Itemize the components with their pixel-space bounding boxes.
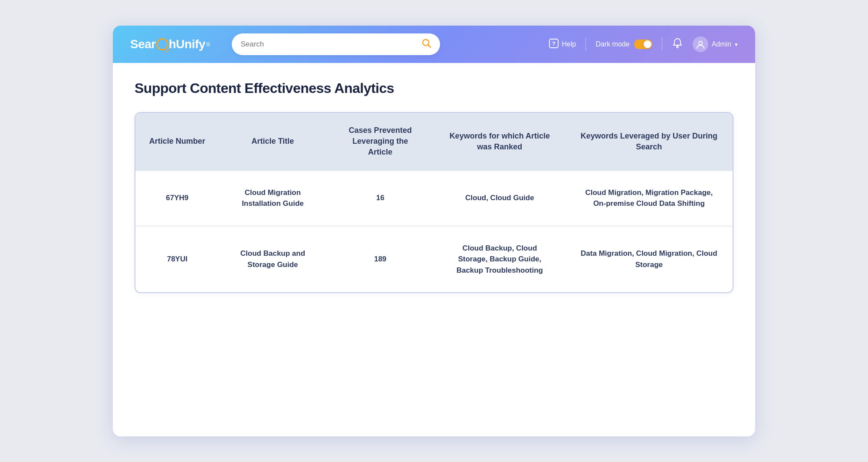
analytics-table-card: Article Number Article Title Cases Preve… [135, 112, 733, 293]
logo[interactable]: Sear hUnify ® [130, 37, 210, 51]
navbar: Sear hUnify ® ? [113, 26, 755, 63]
cell-article-title: Cloud Migration Installation Guide [219, 170, 327, 226]
logo-registered: ® [206, 41, 210, 48]
cell-keywords-ranked: Cloud Backup, Cloud Storage, Backup Guid… [434, 226, 566, 292]
admin-chevron-icon: ▾ [735, 41, 738, 48]
col-keywords-leveraged: Keywords Leveraged by User During Search [566, 113, 733, 170]
dark-mode-label: Dark mode [595, 40, 629, 48]
dark-mode-toggle-wrap: Dark mode [595, 40, 652, 49]
svg-point-4 [677, 46, 678, 48]
divider-1 [585, 38, 586, 51]
logo-text-end: hUnify [169, 37, 205, 51]
col-cases-prevented: Cases Prevented Leveraging the Article [326, 113, 434, 170]
notification-bell[interactable] [672, 37, 683, 51]
cell-cases-prevented: 189 [326, 226, 434, 292]
search-bar-wrap [232, 33, 440, 55]
analytics-table: Article Number Article Title Cases Preve… [135, 113, 733, 292]
toggle-knob [644, 40, 651, 48]
search-icon[interactable] [421, 38, 431, 51]
search-input[interactable] [240, 40, 417, 49]
app-wrapper: Sear hUnify ® ? [113, 26, 755, 436]
col-article-title: Article Title [219, 113, 327, 170]
svg-text:?: ? [552, 40, 556, 47]
page-title: Support Content Effectiveness Analytics [135, 80, 733, 96]
navbar-actions: ? Help Dark mode [549, 36, 738, 52]
cell-keywords-ranked: Cloud, Cloud Guide [434, 170, 566, 226]
avatar [693, 36, 708, 52]
dark-mode-toggle[interactable] [634, 40, 652, 49]
search-bar [232, 33, 440, 55]
cell-article-number: 67YH9 [135, 170, 219, 226]
logo-icon [156, 38, 168, 50]
cell-cases-prevented: 16 [326, 170, 434, 226]
svg-point-5 [699, 41, 702, 45]
admin-label: Admin [712, 40, 731, 48]
admin-menu[interactable]: Admin ▾ [693, 36, 738, 52]
cell-article-number: 78YUI [135, 226, 219, 292]
svg-line-1 [428, 45, 431, 48]
cell-keywords-leveraged: Cloud Migration, Migration Package, On-p… [566, 170, 733, 226]
divider-2 [662, 38, 662, 51]
cell-article-title: Cloud Backup and Storage Guide [219, 226, 327, 292]
table-row: 78YUI Cloud Backup and Storage Guide 189… [135, 226, 733, 292]
help-label: Help [562, 40, 576, 48]
help-button[interactable]: ? Help [549, 39, 576, 50]
cell-keywords-leveraged: Data Migration, Cloud Migration, Cloud S… [566, 226, 733, 292]
logo-text-start: Sear [130, 37, 156, 51]
col-keywords-ranked: Keywords for which Article was Ranked [434, 113, 566, 170]
main-content: Support Content Effectiveness Analytics … [113, 63, 755, 436]
col-article-number: Article Number [135, 113, 219, 170]
help-icon: ? [549, 39, 559, 50]
table-row: 67YH9 Cloud Migration Installation Guide… [135, 170, 733, 226]
table-header-row: Article Number Article Title Cases Preve… [135, 113, 733, 170]
